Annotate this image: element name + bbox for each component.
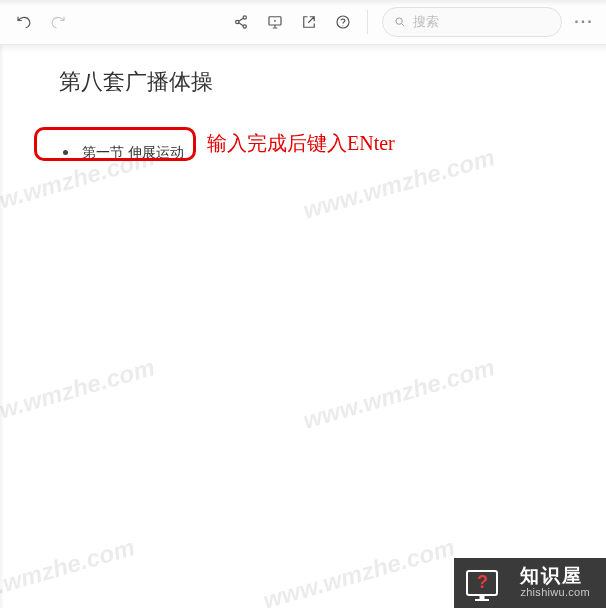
undo-button[interactable] bbox=[8, 6, 40, 38]
share-button[interactable] bbox=[225, 6, 257, 38]
toolbar-divider bbox=[367, 10, 368, 34]
open-external-button[interactable] bbox=[293, 6, 325, 38]
help-icon bbox=[334, 13, 352, 31]
search-placeholder: 搜索 bbox=[413, 13, 551, 31]
redo-icon bbox=[49, 13, 67, 31]
search-input[interactable]: 搜索 bbox=[382, 7, 562, 37]
brand-icon-wrap: ? bbox=[454, 558, 510, 608]
question-mark: ? bbox=[477, 573, 488, 591]
svg-point-5 bbox=[342, 25, 343, 26]
svg-point-6 bbox=[396, 18, 402, 24]
share-icon bbox=[232, 13, 250, 31]
annotation-text: 输入完成后键入ENter bbox=[207, 130, 395, 157]
bullet-icon bbox=[63, 150, 68, 155]
brand-name-en: zhishiwu.com bbox=[520, 586, 590, 599]
brand-badge: ? 知识屋 zhishiwu.com bbox=[454, 558, 606, 608]
open-external-icon bbox=[300, 13, 318, 31]
help-button[interactable] bbox=[327, 6, 359, 38]
undo-icon bbox=[15, 13, 33, 31]
search-icon bbox=[393, 15, 407, 29]
redo-button[interactable] bbox=[42, 6, 74, 38]
presentation-button[interactable] bbox=[259, 6, 291, 38]
brand-name-cn: 知识屋 bbox=[520, 566, 590, 586]
list-item-text: 第一节 伸展运动 bbox=[82, 141, 184, 163]
page-title[interactable]: 第八套广播体操 bbox=[59, 67, 576, 97]
more-button[interactable]: ··· bbox=[568, 6, 600, 38]
monitor-icon: ? bbox=[466, 570, 498, 596]
more-icon: ··· bbox=[574, 13, 593, 31]
svg-point-2 bbox=[243, 25, 246, 28]
toolbar: 搜索 ··· bbox=[0, 0, 606, 44]
svg-point-0 bbox=[243, 16, 246, 19]
brand-text: 知识屋 zhishiwu.com bbox=[510, 558, 606, 608]
svg-point-1 bbox=[236, 20, 239, 23]
presentation-icon bbox=[266, 13, 284, 31]
